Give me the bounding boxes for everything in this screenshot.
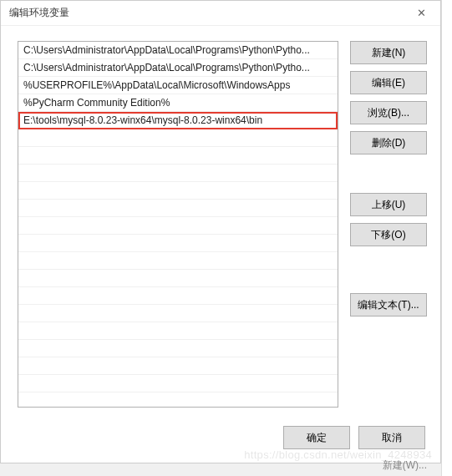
background-new-button: 新建(W)... — [383, 458, 427, 473]
list-container: C:\Users\Administrator\AppData\Local\Pro… — [18, 41, 338, 408]
list-item[interactable]: . — [18, 200, 338, 217]
browse-button[interactable]: 浏览(B)... — [350, 101, 427, 124]
list-item[interactable]: . — [18, 252, 338, 270]
list-item[interactable]: . — [18, 357, 338, 375]
list-item[interactable]: . — [18, 129, 338, 147]
list-item[interactable]: . — [18, 287, 338, 305]
list-item[interactable]: . — [18, 217, 338, 235]
env-var-dialog: 编辑环境变量 ✕ C:\Users\Administrator\AppData\… — [0, 0, 441, 463]
dialog-footer: 确定 取消 — [1, 416, 440, 463]
move-up-button[interactable]: 上移(U) — [350, 193, 427, 216]
list-item[interactable]: . — [18, 165, 338, 182]
delete-button[interactable]: 删除(D) — [350, 131, 427, 154]
edit-text-button[interactable]: 编辑文本(T)... — [350, 293, 427, 316]
close-icon[interactable]: ✕ — [409, 1, 434, 26]
new-button[interactable]: 新建(N) — [350, 41, 427, 64]
list-item[interactable]: . — [18, 147, 338, 165]
spacer — [350, 253, 427, 286]
edit-button[interactable]: 编辑(E) — [350, 71, 427, 94]
list-item[interactable]: . — [18, 235, 338, 252]
list-item[interactable]: C:\Users\Administrator\AppData\Local\Pro… — [18, 42, 338, 59]
path-listbox[interactable]: C:\Users\Administrator\AppData\Local\Pro… — [18, 41, 338, 408]
spacer — [350, 161, 427, 186]
list-item[interactable]: . — [18, 270, 338, 287]
list-item[interactable]: . — [18, 322, 338, 340]
window-title: 编辑环境变量 — [9, 6, 69, 20]
list-item[interactable]: C:\Users\Administrator\AppData\Local\Pro… — [18, 59, 338, 77]
list-item[interactable]: %USERPROFILE%\AppData\Local\Microsoft\Wi… — [18, 77, 338, 94]
move-down-button[interactable]: 下移(O) — [350, 223, 427, 246]
list-item[interactable]: . — [18, 375, 338, 392]
list-item[interactable]: . — [18, 340, 338, 357]
ok-button[interactable]: 确定 — [283, 426, 350, 449]
titlebar: 编辑环境变量 ✕ — [1, 1, 440, 26]
list-item[interactable]: . — [18, 305, 338, 322]
dialog-body: C:\Users\Administrator\AppData\Local\Pro… — [1, 26, 440, 416]
cancel-button[interactable]: 取消 — [358, 426, 425, 449]
list-item[interactable]: . — [18, 182, 338, 200]
button-column: 新建(N) 编辑(E) 浏览(B)... 删除(D) 上移(U) 下移(O) 编… — [350, 41, 427, 408]
list-item[interactable]: %PyCharm Community Edition% — [18, 94, 338, 112]
list-item[interactable]: E:\tools\mysql-8.0.23-winx64\mysql-8.0.2… — [18, 112, 338, 129]
background-strip — [441, 0, 452, 476]
